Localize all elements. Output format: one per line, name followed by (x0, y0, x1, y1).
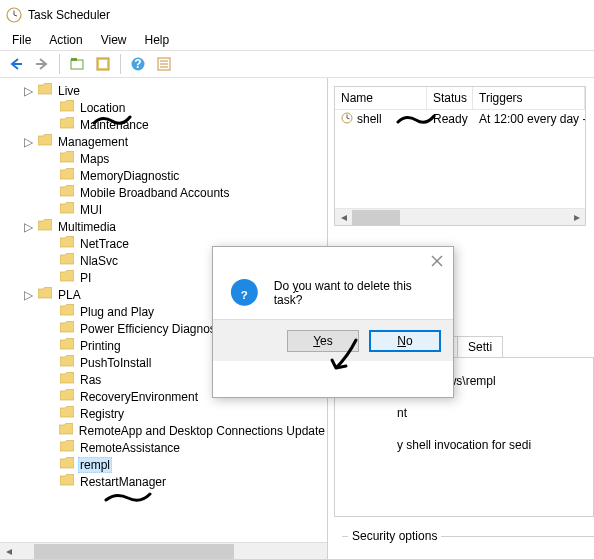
tree-item[interactable]: Location (0, 99, 327, 116)
menu-file[interactable]: File (4, 31, 39, 49)
help-button[interactable]: ? (126, 52, 150, 76)
tree-item-label: Plug and Play (78, 305, 156, 319)
task-name: shell (357, 112, 382, 126)
col-status[interactable]: Status (427, 87, 473, 109)
yes-button[interactable]: Yes (287, 330, 359, 352)
app-icon (6, 7, 22, 23)
tree-item[interactable]: RestartManager (0, 473, 327, 490)
tree-item[interactable]: Mobile Broadband Accounts (0, 184, 327, 201)
list-whitespace (335, 128, 585, 208)
expand-icon[interactable]: ▷ (22, 136, 34, 148)
panel-text: y shell invocation for sedi (397, 438, 583, 452)
yes-rest: es (320, 334, 333, 348)
tree-item-label: PI (78, 271, 93, 285)
title-bar: Task Scheduler (0, 0, 594, 30)
dialog-message: Do you want to delete this task? (274, 279, 437, 307)
menu-action[interactable]: Action (41, 31, 90, 49)
tree-item-label: Live (56, 84, 82, 98)
no-button[interactable]: No (369, 330, 441, 352)
tree-item[interactable]: ▷Management (0, 133, 327, 150)
tree-item-label: RemoteAssistance (78, 441, 182, 455)
tree-h-scrollbar[interactable]: ◂ (0, 542, 327, 559)
menu-bar: File Action View Help (0, 30, 594, 50)
confirm-dialog: ? Do you want to delete this task? Yes N… (212, 246, 454, 398)
tab-settings[interactable]: Setti (457, 336, 503, 357)
refresh-button[interactable] (91, 52, 115, 76)
folder-icon (60, 474, 74, 489)
folder-icon (60, 440, 74, 455)
menu-help[interactable]: Help (137, 31, 178, 49)
up-button[interactable] (65, 52, 89, 76)
folder-icon (60, 117, 74, 132)
app-title: Task Scheduler (28, 8, 110, 22)
list-h-scrollbar[interactable]: ◂ ▸ (335, 208, 585, 225)
tree-item-label: NetTrace (78, 237, 131, 251)
folder-icon (60, 100, 74, 115)
svg-rect-6 (99, 60, 107, 68)
tree-item[interactable]: Registry (0, 405, 327, 422)
folder-icon (38, 134, 52, 149)
tree-item-label: Maps (78, 152, 111, 166)
folder-icon (60, 406, 74, 421)
task-status: Ready (427, 112, 473, 126)
tree-item-label: MemoryDiagnostic (78, 169, 181, 183)
tree-item[interactable]: ▷Live (0, 82, 327, 99)
scroll-right-arrow[interactable]: ▸ (568, 209, 585, 225)
tree-item[interactable]: rempl (0, 456, 327, 473)
tree-item-label: Printing (78, 339, 123, 353)
properties-button[interactable] (152, 52, 176, 76)
tree-item-label: Mobile Broadband Accounts (78, 186, 231, 200)
tree-item[interactable]: Maps (0, 150, 327, 167)
expand-icon[interactable]: ▷ (22, 85, 34, 97)
task-row[interactable]: shell Ready At 12:00 every day - A (335, 110, 585, 128)
menu-view[interactable]: View (93, 31, 135, 49)
folder-icon (60, 202, 74, 217)
back-button[interactable] (4, 52, 28, 76)
tree-item[interactable]: RemoteApp and Desktop Connections Update (0, 422, 327, 439)
folder-icon (60, 236, 74, 251)
tree-item-label: RestartManager (78, 475, 168, 489)
folder-icon (60, 457, 74, 472)
tree-item[interactable]: Maintenance (0, 116, 327, 133)
panel-text: nt (397, 406, 583, 420)
scroll-thumb[interactable] (352, 210, 400, 225)
tree-item-label: RemoteApp and Desktop Connections Update (77, 424, 327, 438)
folder-icon (59, 423, 73, 438)
folder-icon (60, 321, 74, 336)
svg-text:?: ? (134, 57, 141, 71)
no-rest: o (406, 334, 413, 348)
col-name[interactable]: Name (335, 87, 427, 109)
tree-item-label: Management (56, 135, 130, 149)
forward-button[interactable] (30, 52, 54, 76)
security-options-group: Security options When running the task, … (342, 536, 594, 559)
toolbar: ? (0, 50, 594, 78)
tree-item-label: Location (78, 101, 127, 115)
folder-icon (60, 355, 74, 370)
expand-icon[interactable]: ▷ (22, 221, 34, 233)
folder-icon (60, 304, 74, 319)
folder-icon (60, 168, 74, 183)
folder-icon (60, 253, 74, 268)
folder-icon (60, 151, 74, 166)
tree-item-label: PLA (56, 288, 83, 302)
tree-item[interactable]: MemoryDiagnostic (0, 167, 327, 184)
folder-icon (60, 389, 74, 404)
tree-item[interactable]: RemoteAssistance (0, 439, 327, 456)
task-triggers: At 12:00 every day - A (473, 112, 585, 126)
folder-icon (38, 219, 52, 234)
tree-item-label: PushToInstall (78, 356, 153, 370)
tree-item[interactable]: ▷Multimedia (0, 218, 327, 235)
tree-item[interactable]: MUI (0, 201, 327, 218)
expand-icon[interactable]: ▷ (22, 289, 34, 301)
tree-item-label: Ras (78, 373, 103, 387)
folder-icon (60, 185, 74, 200)
task-icon (341, 112, 353, 127)
col-triggers[interactable]: Triggers (473, 87, 585, 109)
svg-rect-4 (71, 58, 77, 61)
close-icon[interactable] (427, 251, 447, 271)
folder-icon (38, 83, 52, 98)
scroll-thumb[interactable] (34, 544, 234, 559)
scroll-left-arrow[interactable]: ◂ (335, 209, 352, 225)
scroll-left-arrow[interactable]: ◂ (0, 543, 17, 560)
tree-item-label: RecoveryEnvironment (78, 390, 200, 404)
